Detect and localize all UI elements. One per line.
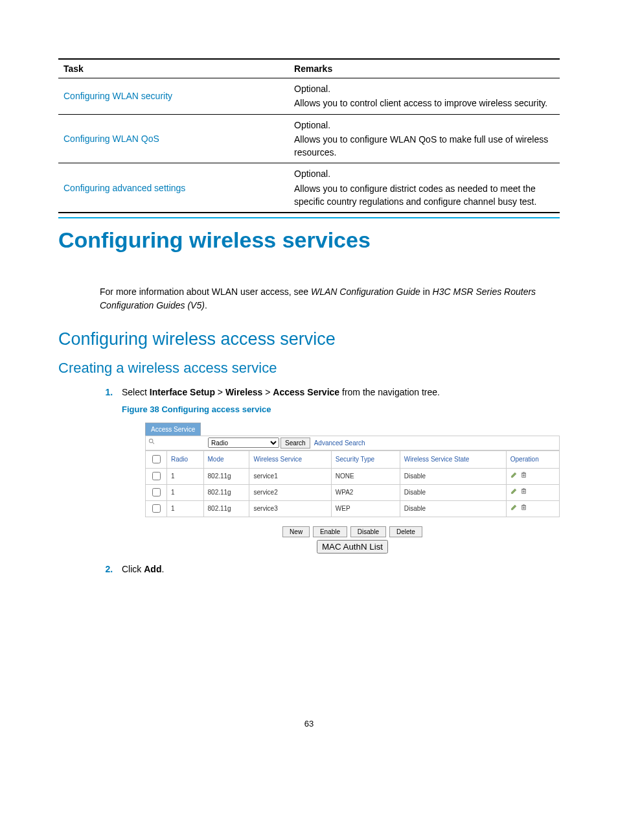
figure-screenshot: Access Service Radio Search Advanced Sea…	[145, 423, 560, 554]
cell-operation	[506, 500, 559, 517]
new-button[interactable]: New	[282, 526, 310, 537]
edit-icon[interactable]	[510, 471, 518, 481]
trash-icon[interactable]	[520, 471, 527, 481]
cell-operation	[506, 484, 559, 500]
link-wlan-qos[interactable]: Configuring WLAN QoS	[63, 134, 159, 144]
cell-service-state: Disable	[400, 484, 506, 500]
row-checkbox[interactable]	[152, 472, 161, 480]
remark-text: Allows you to configure district codes a…	[294, 182, 555, 209]
cell-security-type: WPA2	[331, 484, 400, 500]
optional-label: Optional.	[294, 167, 555, 180]
step-2: Click Add.	[115, 563, 560, 576]
row-checkbox[interactable]	[152, 488, 161, 496]
search-button[interactable]: Search	[280, 438, 310, 449]
link-advanced-settings[interactable]: Configuring advanced settings	[63, 183, 185, 193]
heading-3: Creating a wireless access service	[58, 360, 560, 377]
col-remarks: Remarks	[289, 59, 560, 78]
intro-paragraph: For more information about WLAN user acc…	[100, 285, 560, 312]
service-table: Radio Mode Wireless Service Security Typ…	[145, 450, 560, 517]
delete-button[interactable]: Delete	[389, 526, 422, 537]
cell-mode: 802.11g	[203, 484, 249, 500]
edit-icon[interactable]	[510, 487, 518, 497]
step-1: Select Interface Setup > Wireless > Acce…	[115, 386, 560, 554]
link-wlan-security[interactable]: Configuring WLAN security	[63, 91, 172, 101]
mac-authn-button[interactable]: MAC AuthN List	[317, 540, 388, 554]
edit-icon[interactable]	[510, 504, 518, 513]
col-mode[interactable]: Mode	[203, 450, 249, 468]
enable-button[interactable]: Enable	[313, 526, 347, 537]
svg-point-0	[149, 439, 153, 443]
col-radio[interactable]: Radio	[167, 450, 204, 468]
cell-wireless-service: service3	[249, 500, 331, 517]
cell-security-type: WEP	[331, 500, 400, 517]
col-operation: Operation	[506, 450, 559, 468]
heading-2: Configuring wireless access service	[58, 329, 560, 349]
remark-text: Allows you to control client access to i…	[294, 97, 555, 110]
row-checkbox[interactable]	[152, 504, 161, 513]
cell-radio: 1	[167, 500, 204, 517]
cell-mode: 802.11g	[203, 468, 249, 484]
trash-icon[interactable]	[520, 504, 527, 513]
figure-caption: Figure 38 Configuring access service	[122, 403, 560, 416]
action-row: New Enable Disable Delete	[145, 526, 560, 537]
col-task: Task	[58, 59, 289, 78]
cell-operation	[506, 468, 559, 484]
table-row: 1802.11gservice2WPA2Disable	[146, 484, 560, 500]
optional-label: Optional.	[294, 119, 555, 132]
disable-button[interactable]: Disable	[350, 526, 386, 537]
search-bar: Radio Search Advanced Search	[145, 436, 560, 450]
search-icon	[147, 438, 207, 448]
select-all-checkbox[interactable]	[152, 455, 161, 463]
task-table: Task Remarks Configuring WLAN security O…	[58, 58, 560, 213]
svg-line-1	[152, 442, 154, 444]
col-security-type[interactable]: Security Type	[331, 450, 400, 468]
advanced-search-link[interactable]: Advanced Search	[314, 438, 365, 448]
page-number: 63	[58, 719, 560, 729]
trash-icon[interactable]	[520, 487, 527, 497]
heading-1: Configuring wireless services	[58, 228, 560, 253]
cell-mode: 802.11g	[203, 500, 249, 517]
cell-service-state: Disable	[400, 500, 506, 517]
section-rule	[58, 217, 560, 218]
tab-access-service[interactable]: Access Service	[145, 423, 201, 436]
remark-text: Allows you to configure WLAN QoS to make…	[294, 133, 555, 159]
cell-wireless-service: service1	[249, 468, 331, 484]
col-wireless-service[interactable]: Wireless Service	[249, 450, 331, 468]
cell-radio: 1	[167, 484, 204, 500]
cell-radio: 1	[167, 468, 204, 484]
col-service-state[interactable]: Wireless Service State	[400, 450, 506, 468]
table-row: 1802.11gservice1NONEDisable	[146, 468, 560, 484]
search-field-select[interactable]: Radio	[208, 438, 279, 448]
table-row: 1802.11gservice3WEPDisable	[146, 500, 560, 517]
cell-service-state: Disable	[400, 468, 506, 484]
cell-wireless-service: service2	[249, 484, 331, 500]
cell-security-type: NONE	[331, 468, 400, 484]
optional-label: Optional.	[294, 82, 555, 95]
